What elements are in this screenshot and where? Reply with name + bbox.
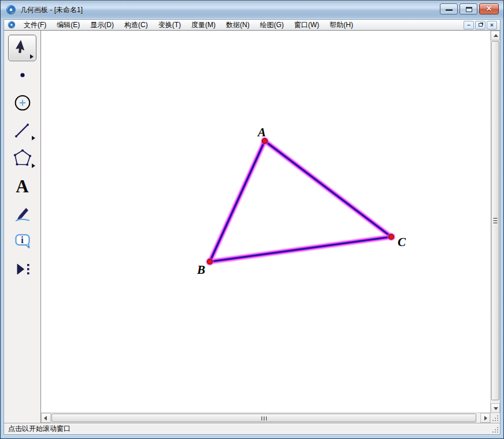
thumb-grip-icon [494, 218, 498, 224]
text-tool[interactable]: A [4, 172, 40, 200]
minimize-button[interactable] [440, 3, 458, 14]
horizontal-scroll-track[interactable] [51, 413, 480, 423]
vertical-scroll-track[interactable] [491, 40, 500, 403]
selection-arrow-tool[interactable] [8, 35, 36, 61]
app-content: 文件(F)编辑(E)显示(D)构造(C)变换(T)度量(M)数据(N)绘图(G)… [3, 19, 501, 435]
center-pane: ABC [41, 31, 490, 423]
menu-item-窗口[interactable]: 窗口(W) [289, 20, 324, 31]
menu-item-构造[interactable]: 构造(C) [119, 20, 153, 31]
menu-item-编辑[interactable]: 编辑(E) [51, 20, 85, 31]
thumb-grip-icon [261, 416, 267, 421]
vertex-label-B[interactable]: B [197, 263, 205, 277]
menu-item-变换[interactable]: 变换(T) [153, 20, 186, 31]
circle-icon [13, 94, 32, 112]
straightedge-tool[interactable] [4, 117, 40, 144]
svg-text:i: i [21, 235, 24, 245]
mdi-window-controls: – × [464, 21, 497, 29]
application-window: 几何画板 - [未命名1] ✕ 文件(F)编辑(E)显示(D)构造(C)变换(T… [0, 0, 504, 439]
horizontal-scroll-thumb[interactable] [51, 414, 476, 422]
mdi-restore-icon [479, 23, 483, 27]
arrow-up-icon [494, 34, 498, 37]
vertex-label-C[interactable]: C [398, 235, 406, 249]
triangle-sides[interactable] [210, 141, 391, 262]
vertical-scrollbar-column [490, 31, 500, 423]
menu-item-文件[interactable]: 文件(F) [18, 20, 51, 31]
scroll-up-button[interactable] [491, 31, 500, 40]
arrow-left-icon [44, 416, 47, 421]
text-tool-icon: A [16, 177, 28, 195]
status-text: 点击以开始滚动窗口 [8, 425, 71, 433]
mdi-minimize-button[interactable]: – [464, 21, 474, 29]
toolbox: A i [4, 31, 41, 423]
vertex-label-A[interactable]: A [257, 125, 266, 139]
close-icon: ✕ [480, 4, 498, 14]
window-title: 几何画板 - [未命名1] [20, 5, 83, 15]
maximize-icon [466, 7, 472, 12]
menu-item-绘图[interactable]: 绘图(G) [255, 20, 289, 31]
menu-items: 文件(F)编辑(E)显示(D)构造(C)变换(T)度量(M)数据(N)绘图(G)… [18, 20, 358, 30]
point-tool[interactable] [4, 61, 40, 89]
scrollbar-corner [491, 413, 500, 423]
resize-grip-icon[interactable] [492, 415, 499, 422]
scroll-down-button[interactable] [491, 403, 500, 413]
marker-tool[interactable] [4, 200, 40, 228]
resize-grip-icon[interactable] [492, 427, 499, 433]
menu-item-显示[interactable]: 显示(D) [85, 20, 119, 31]
geometry-svg[interactable]: ABC [41, 31, 490, 412]
mdi-close-button[interactable]: × [487, 21, 497, 29]
arrow-right-icon [484, 416, 487, 421]
scroll-left-button[interactable] [41, 413, 51, 423]
menu-bar: 文件(F)编辑(E)显示(D)构造(C)变换(T)度量(M)数据(N)绘图(G)… [4, 20, 500, 31]
information-tool[interactable]: i [4, 228, 40, 255]
main-area: A i [4, 31, 500, 423]
submenu-arrow-icon [32, 163, 35, 168]
menu-item-帮助[interactable]: 帮助(H) [324, 20, 358, 31]
submenu-arrow-icon [32, 136, 35, 140]
selection-arrow-icon [13, 39, 32, 57]
info-bubble-icon: i [13, 232, 32, 251]
arrow-down-icon [494, 407, 498, 410]
minimize-icon [446, 9, 453, 11]
sketch-canvas[interactable]: ABC [41, 31, 490, 412]
vertex-point-C[interactable] [389, 235, 394, 240]
polygon-tool[interactable] [4, 144, 40, 172]
maximize-button[interactable] [459, 3, 477, 14]
mdi-restore-button[interactable] [475, 21, 486, 29]
point-icon [13, 66, 32, 84]
menu-item-度量[interactable]: 度量(M) [186, 20, 221, 31]
custom-tool[interactable] [4, 255, 40, 283]
segment-icon [13, 121, 32, 140]
status-bar: 点击以开始滚动窗口 [4, 423, 500, 434]
title-bar: 几何画板 - [未命名1] ✕ [1, 1, 503, 19]
menu-item-数据[interactable]: 数据(N) [221, 20, 255, 31]
custom-tool-icon [13, 260, 32, 278]
close-button[interactable]: ✕ [479, 3, 499, 14]
horizontal-scrollbar [41, 412, 490, 423]
submenu-arrow-icon [30, 54, 34, 59]
vertical-scroll-thumb[interactable] [491, 41, 499, 400]
polygon-icon [13, 148, 32, 168]
scroll-right-button[interactable] [480, 413, 490, 423]
vertical-scrollbar [491, 31, 500, 413]
marker-icon [13, 204, 32, 223]
compass-tool[interactable] [4, 89, 40, 117]
vertex-point-B[interactable] [207, 259, 213, 265]
app-logo-icon [6, 5, 16, 15]
document-icon[interactable] [8, 21, 16, 29]
